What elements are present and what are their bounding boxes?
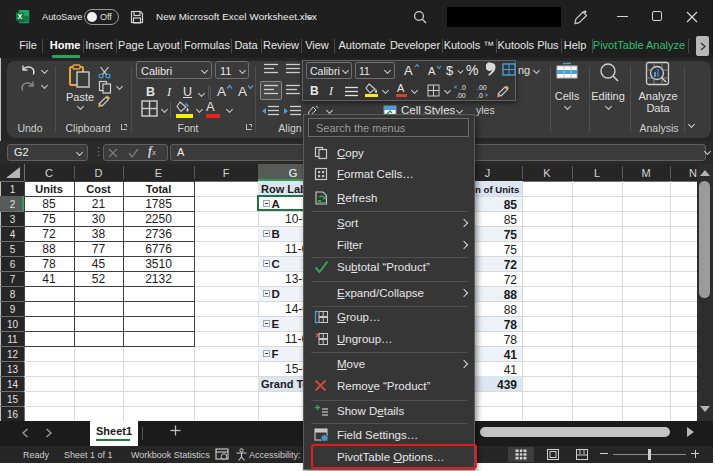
svg-text:.0: .0	[477, 92, 483, 99]
svg-text:.00: .00	[456, 92, 466, 99]
svg-text:.00: .00	[477, 84, 487, 91]
svg-text:.0: .0	[460, 84, 466, 91]
svg-text:X: X	[18, 13, 23, 21]
